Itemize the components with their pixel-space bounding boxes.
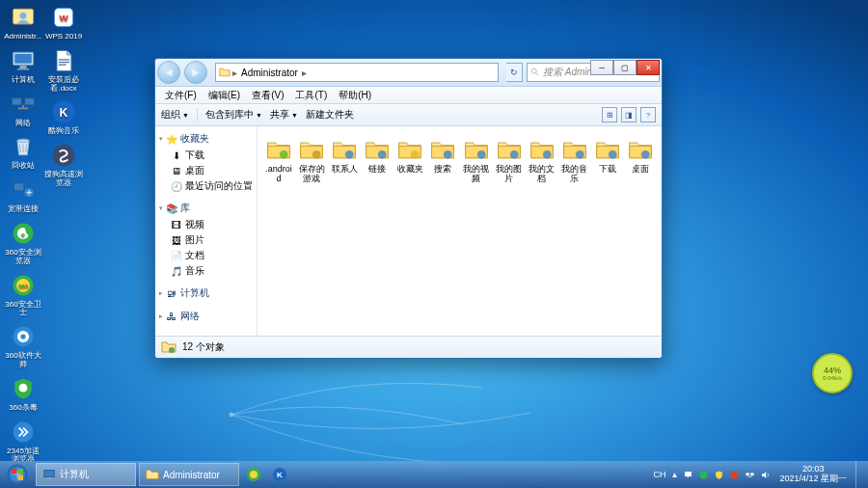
action-center-icon[interactable] [683, 470, 693, 480]
svg-rect-49 [47, 478, 51, 479]
desktop-icon-computer[interactable]: 计算机 [4, 45, 42, 87]
folder-item[interactable]: 我的音乐 [559, 134, 590, 186]
clock-date: 2021/4/12 星期一 [779, 474, 847, 484]
ime-indicator[interactable]: CH [654, 470, 666, 479]
nav-back-button[interactable]: ◄ [157, 61, 180, 84]
badge-pct: 44% [824, 366, 841, 375]
menu-file[interactable]: 文件(F) [159, 89, 203, 102]
sidebar-item-documents[interactable]: 📄文档 [155, 248, 257, 263]
desktop-icon-360safe[interactable]: 360360安全卫士 [4, 270, 42, 320]
svg-point-23 [19, 384, 28, 393]
folder-item[interactable]: .android [263, 134, 294, 186]
tray-chevron-icon[interactable]: ▲ [671, 471, 679, 479]
address-bar[interactable]: ▸ Administrator ▸ [215, 63, 499, 82]
network-tray-icon[interactable] [745, 470, 755, 480]
folder-item[interactable]: 搜索 [427, 134, 458, 186]
svg-point-37 [378, 150, 387, 159]
sidebar-computer[interactable]: ▸🖳计算机 [155, 285, 257, 302]
desktop-icons-col1: Administr... 计算机 网络 回收站 宽带连接 e360安全浏览器 3… [4, 2, 42, 466]
explorer-window: ─ ▢ ✕ ◄ ► ▸ Administrator ▸ ↻ 搜索 Adminis… [154, 58, 663, 359]
folder-item[interactable]: 桌面 [625, 134, 656, 186]
folder-item[interactable]: 我的文档 [527, 134, 557, 186]
toolbar-share[interactable]: 共享 ▼ [270, 108, 298, 122]
folder-item[interactable]: 我的视频 [460, 134, 491, 186]
menu-help[interactable]: 帮助(H) [333, 89, 377, 102]
tray-360-icon[interactable] [698, 470, 709, 480]
help-button[interactable]: ? [640, 107, 656, 122]
computer-icon: 🖳 [166, 287, 177, 299]
sidebar-item-music[interactable]: 🎵音乐 [155, 263, 257, 279]
music-icon: 🎵 [171, 265, 182, 277]
desktop-icon-readme-docx[interactable]: 安装后必看.docx [44, 45, 83, 95]
task-label: Administrator [163, 470, 220, 480]
sidebar: ▾⭐收藏夹 ⬇下载 🖥桌面 🕘最近访问的位置 ▾📚库 🎞视频 🖼图片 📄文档 🎵… [155, 126, 258, 336]
folder-icon [529, 136, 556, 163]
volume-icon[interactable] [760, 470, 771, 480]
desktop-icon-2345[interactable]: 2345加速浏览器 [4, 417, 42, 467]
sidebar-item-desktop[interactable]: 🖥桌面 [155, 163, 257, 178]
svg-point-32 [53, 145, 75, 167]
folder-icon [146, 468, 159, 481]
menu-tools[interactable]: 工具(T) [289, 89, 333, 102]
desktop-icon-360browser[interactable]: e360安全浏览器 [4, 218, 42, 268]
status-text: 12 个对象 [182, 340, 225, 354]
clock[interactable]: 20:03 2021/4/12 星期一 [775, 465, 851, 484]
sidebar-item-recent[interactable]: 🕘最近访问的位置 [155, 178, 257, 194]
folder-item[interactable]: 我的图片 [494, 134, 525, 186]
menu-view[interactable]: 查看(V) [246, 89, 289, 102]
sidebar-libraries[interactable]: ▾📚库 [155, 200, 257, 217]
taskbar-pin-360[interactable] [242, 464, 265, 485]
toolbar-organize[interactable]: 组织 ▼ [161, 108, 189, 122]
tray-shield-icon[interactable] [714, 470, 724, 480]
sidebar-network[interactable]: ▸🖧网络 [155, 308, 257, 325]
svg-point-33 [531, 68, 536, 73]
folder-item[interactable]: 收藏夹 [394, 134, 425, 186]
sidebar-item-videos[interactable]: 🎞视频 [155, 217, 257, 232]
show-desktop-button[interactable] [855, 461, 864, 488]
toolbar-include[interactable]: 包含到库中 ▼ [205, 108, 262, 122]
view-options-button[interactable]: ⊞ [602, 107, 617, 122]
desktop-icon-360soft[interactable]: 360软件大师 [4, 321, 42, 371]
chevron-right-icon: ▸ [302, 68, 307, 78]
svg-point-0 [230, 413, 233, 417]
folder-label: 联系人 [332, 165, 358, 175]
folder-label: 我的图片 [496, 165, 523, 184]
folder-icon [396, 136, 423, 163]
close-button[interactable]: ✕ [637, 60, 660, 75]
nav-forward-button[interactable]: ► [184, 61, 207, 84]
svg-rect-28 [59, 62, 69, 63]
folder-item[interactable]: 链接 [362, 134, 393, 186]
preview-pane-button[interactable]: ◨ [621, 107, 637, 122]
desktop-icon: 🖥 [171, 165, 182, 176]
speedup-badge[interactable]: 44% 0.04k/s [812, 353, 853, 393]
minimize-button[interactable]: ─ [590, 60, 613, 75]
start-button[interactable] [2, 463, 33, 486]
folder-item[interactable]: 保存的游戏 [296, 134, 327, 186]
sidebar-favorites[interactable]: ▾⭐收藏夹 [155, 130, 257, 148]
desktop-icon-wps[interactable]: WWPS 2019 [44, 2, 83, 43]
desktop-icon-broadband[interactable]: 宽带连接 [4, 175, 42, 216]
folder-item[interactable]: 下载 [592, 134, 623, 186]
sidebar-item-pictures[interactable]: 🖼图片 [155, 232, 257, 248]
desktop-icon-recycle-bin[interactable]: 回收站 [4, 131, 42, 173]
desktop-icon-360av[interactable]: 360杀毒 [4, 373, 42, 415]
taskbar-item-computer[interactable]: 计算机 [36, 463, 136, 486]
desktop-icon-network[interactable]: 网络 [4, 89, 42, 130]
maximize-button[interactable]: ▢ [613, 60, 637, 75]
toolbar-newfolder[interactable]: 新建文件夹 [306, 108, 354, 122]
desktop-icon-kugou[interactable]: K酷狗音乐 [44, 96, 83, 138]
address-segment[interactable]: Administrator [237, 68, 302, 78]
folder-icon [298, 136, 325, 163]
tray-app-icon[interactable] [729, 470, 740, 480]
menu-edit[interactable]: 编辑(E) [203, 89, 246, 102]
file-grid[interactable]: .android 保存的游戏 联系人 链接 收藏夹 搜索 我的视频 我的图片 我… [258, 126, 662, 336]
taskbar-item-explorer[interactable]: Administrator [139, 463, 239, 486]
desktop-icon-administrator[interactable]: Administr... [4, 2, 42, 43]
taskbar-pin-kugou[interactable]: K [268, 464, 291, 485]
folder-item[interactable]: 联系人 [329, 134, 360, 186]
desktop-icons-col2: WWPS 2019 安装后必看.docx K酷狗音乐 搜狗高速浏览器 [44, 2, 83, 190]
refresh-button[interactable]: ↻ [506, 63, 523, 82]
desktop-icon-sogou[interactable]: 搜狗高速浏览器 [44, 140, 83, 190]
recent-icon: 🕘 [171, 180, 182, 192]
sidebar-item-downloads[interactable]: ⬇下载 [155, 148, 257, 163]
